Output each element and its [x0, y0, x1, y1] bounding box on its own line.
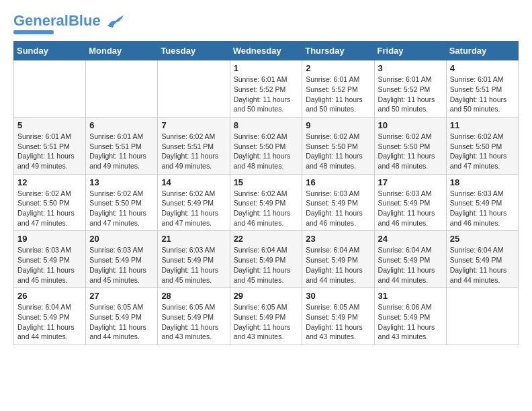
day-info: Sunrise: 6:02 AM Sunset: 5:50 PM Dayligh… [306, 132, 370, 171]
day-info: Sunrise: 6:05 AM Sunset: 5:49 PM Dayligh… [234, 302, 299, 342]
day-info: Sunrise: 6:02 AM Sunset: 5:50 PM Dayligh… [378, 132, 443, 171]
day-info: Sunrise: 6:02 AM Sunset: 5:50 PM Dayligh… [234, 132, 299, 171]
calendar-table: SundayMondayTuesdayWednesdayThursdayFrid… [13, 41, 519, 345]
calendar-week-1: 1Sunrise: 6:01 AM Sunset: 5:52 PM Daylig… [14, 60, 519, 118]
calendar-cell: 9Sunrise: 6:02 AM Sunset: 5:50 PM Daylig… [302, 117, 374, 174]
day-number: 12 [17, 177, 82, 187]
day-number: 13 [89, 177, 154, 187]
calendar-cell: 7Sunrise: 6:02 AM Sunset: 5:51 PM Daylig… [158, 117, 230, 174]
day-info: Sunrise: 6:03 AM Sunset: 5:49 PM Dayligh… [450, 189, 515, 228]
calendar-cell: 21Sunrise: 6:03 AM Sunset: 5:49 PM Dayli… [158, 231, 230, 288]
day-info: Sunrise: 6:04 AM Sunset: 5:49 PM Dayligh… [378, 245, 443, 285]
day-number: 15 [234, 177, 299, 187]
day-number: 14 [161, 177, 226, 187]
day-number: 26 [17, 291, 82, 301]
day-info: Sunrise: 6:01 AM Sunset: 5:52 PM Dayligh… [306, 75, 370, 114]
day-number: 6 [89, 120, 154, 130]
day-info: Sunrise: 6:02 AM Sunset: 5:49 PM Dayligh… [234, 189, 299, 228]
logo-bird-icon [106, 14, 125, 29]
day-number: 23 [306, 234, 370, 244]
calendar-week-4: 19Sunrise: 6:03 AM Sunset: 5:49 PM Dayli… [14, 231, 519, 288]
calendar-cell: 3Sunrise: 6:01 AM Sunset: 5:52 PM Daylig… [374, 60, 446, 118]
day-number: 4 [450, 63, 515, 73]
day-info: Sunrise: 6:02 AM Sunset: 5:50 PM Dayligh… [89, 189, 154, 228]
day-info: Sunrise: 6:05 AM Sunset: 5:49 PM Dayligh… [89, 302, 154, 342]
day-info: Sunrise: 6:03 AM Sunset: 5:49 PM Dayligh… [17, 245, 82, 285]
calendar-header-wednesday: Wednesday [230, 42, 302, 60]
calendar-cell: 24Sunrise: 6:04 AM Sunset: 5:49 PM Dayli… [374, 231, 446, 288]
day-number: 29 [234, 291, 299, 301]
day-number: 20 [89, 234, 154, 244]
calendar-cell: 29Sunrise: 6:05 AM Sunset: 5:49 PM Dayli… [230, 288, 302, 345]
day-info: Sunrise: 6:02 AM Sunset: 5:50 PM Dayligh… [450, 132, 515, 171]
page-header: GeneralBlue [13, 13, 519, 34]
calendar-cell: 8Sunrise: 6:02 AM Sunset: 5:50 PM Daylig… [230, 117, 302, 174]
calendar-cell [14, 60, 86, 118]
calendar-cell: 12Sunrise: 6:02 AM Sunset: 5:50 PM Dayli… [14, 174, 86, 231]
day-info: Sunrise: 6:01 AM Sunset: 5:51 PM Dayligh… [17, 132, 82, 171]
day-number: 25 [450, 234, 515, 244]
day-number: 22 [234, 234, 299, 244]
calendar-header-monday: Monday [86, 42, 158, 60]
day-number: 24 [378, 234, 443, 244]
day-number: 7 [161, 120, 226, 130]
calendar-cell: 5Sunrise: 6:01 AM Sunset: 5:51 PM Daylig… [14, 117, 86, 174]
calendar-week-3: 12Sunrise: 6:02 AM Sunset: 5:50 PM Dayli… [14, 174, 519, 231]
calendar-cell: 11Sunrise: 6:02 AM Sunset: 5:50 PM Dayli… [446, 117, 518, 174]
logo-general: General [13, 12, 69, 29]
day-number: 10 [378, 120, 443, 130]
calendar-cell: 28Sunrise: 6:05 AM Sunset: 5:49 PM Dayli… [158, 288, 230, 345]
day-info: Sunrise: 6:05 AM Sunset: 5:49 PM Dayligh… [306, 302, 370, 342]
day-info: Sunrise: 6:03 AM Sunset: 5:49 PM Dayligh… [378, 189, 443, 228]
calendar-cell [446, 288, 518, 345]
day-info: Sunrise: 6:01 AM Sunset: 5:51 PM Dayligh… [89, 132, 154, 171]
calendar-cell: 26Sunrise: 6:04 AM Sunset: 5:49 PM Dayli… [14, 288, 86, 345]
calendar-cell: 18Sunrise: 6:03 AM Sunset: 5:49 PM Dayli… [446, 174, 518, 231]
day-info: Sunrise: 6:04 AM Sunset: 5:49 PM Dayligh… [306, 245, 370, 285]
calendar-cell: 14Sunrise: 6:02 AM Sunset: 5:49 PM Dayli… [158, 174, 230, 231]
calendar-cell: 17Sunrise: 6:03 AM Sunset: 5:49 PM Dayli… [374, 174, 446, 231]
logo-text: GeneralBlue [13, 13, 125, 29]
calendar-cell: 6Sunrise: 6:01 AM Sunset: 5:51 PM Daylig… [86, 117, 158, 174]
day-info: Sunrise: 6:04 AM Sunset: 5:49 PM Dayligh… [450, 245, 515, 285]
day-info: Sunrise: 6:01 AM Sunset: 5:52 PM Dayligh… [234, 75, 299, 114]
calendar-cell: 2Sunrise: 6:01 AM Sunset: 5:52 PM Daylig… [302, 60, 374, 118]
calendar-header-friday: Friday [374, 42, 446, 60]
day-number: 18 [450, 177, 515, 187]
calendar-header-sunday: Sunday [14, 42, 86, 60]
calendar-cell: 25Sunrise: 6:04 AM Sunset: 5:49 PM Dayli… [446, 231, 518, 288]
day-info: Sunrise: 6:03 AM Sunset: 5:49 PM Dayligh… [161, 245, 226, 285]
day-info: Sunrise: 6:02 AM Sunset: 5:51 PM Dayligh… [161, 132, 226, 171]
day-number: 31 [378, 291, 443, 301]
calendar-cell: 20Sunrise: 6:03 AM Sunset: 5:49 PM Dayli… [86, 231, 158, 288]
calendar-cell: 16Sunrise: 6:03 AM Sunset: 5:49 PM Dayli… [302, 174, 374, 231]
day-number: 2 [306, 63, 370, 73]
day-info: Sunrise: 6:02 AM Sunset: 5:49 PM Dayligh… [161, 189, 226, 228]
calendar-cell [158, 60, 230, 118]
day-number: 1 [234, 63, 299, 73]
calendar-cell: 30Sunrise: 6:05 AM Sunset: 5:49 PM Dayli… [302, 288, 374, 345]
calendar-cell: 23Sunrise: 6:04 AM Sunset: 5:49 PM Dayli… [302, 231, 374, 288]
day-number: 30 [306, 291, 370, 301]
calendar-cell: 15Sunrise: 6:02 AM Sunset: 5:49 PM Dayli… [230, 174, 302, 231]
day-number: 28 [161, 291, 226, 301]
day-number: 27 [89, 291, 154, 301]
day-info: Sunrise: 6:04 AM Sunset: 5:49 PM Dayligh… [17, 302, 82, 342]
day-number: 16 [306, 177, 370, 187]
logo: GeneralBlue [13, 13, 125, 34]
calendar-week-5: 26Sunrise: 6:04 AM Sunset: 5:49 PM Dayli… [14, 288, 519, 345]
calendar-header-row: SundayMondayTuesdayWednesdayThursdayFrid… [14, 42, 519, 60]
calendar-header-thursday: Thursday [302, 42, 374, 60]
calendar-cell: 1Sunrise: 6:01 AM Sunset: 5:52 PM Daylig… [230, 60, 302, 118]
day-number: 3 [378, 63, 443, 73]
calendar-cell: 10Sunrise: 6:02 AM Sunset: 5:50 PM Dayli… [374, 117, 446, 174]
day-info: Sunrise: 6:06 AM Sunset: 5:49 PM Dayligh… [378, 302, 443, 342]
calendar-cell: 19Sunrise: 6:03 AM Sunset: 5:49 PM Dayli… [14, 231, 86, 288]
calendar-cell [86, 60, 158, 118]
calendar-cell: 22Sunrise: 6:04 AM Sunset: 5:49 PM Dayli… [230, 231, 302, 288]
calendar-header-saturday: Saturday [446, 42, 518, 60]
day-number: 17 [378, 177, 443, 187]
day-number: 8 [234, 120, 299, 130]
calendar-cell: 27Sunrise: 6:05 AM Sunset: 5:49 PM Dayli… [86, 288, 158, 345]
day-number: 19 [17, 234, 82, 244]
